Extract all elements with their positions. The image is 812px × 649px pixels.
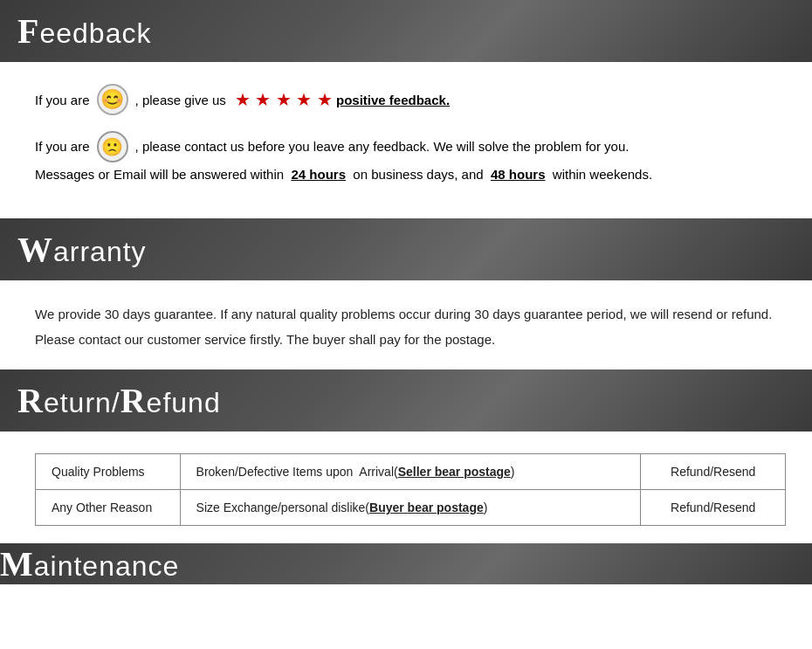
any-other-reason-action-cell: Refund/Resend (641, 490, 786, 526)
any-other-reason-cell: Any Other Reason (36, 490, 181, 526)
happy-feedback-row: If you are 😊 , please give us ★ ★ ★ ★ ★ … (35, 84, 777, 115)
warranty-section: We provide 30 days guarantee. If any nat… (0, 280, 812, 369)
quality-problems-desc-cell: Broken/Defective Items upon Arrival(Sell… (180, 454, 641, 490)
warranty-title: Warranty (17, 229, 147, 270)
return-refund-header: Return/Refund (0, 369, 812, 432)
happy-prefix-text: If you are (35, 93, 90, 107)
return-title-big2: R (120, 381, 147, 420)
response-prefix: Messages or Email will be answered withi… (35, 167, 284, 182)
warranty-header: Warranty (0, 218, 812, 280)
feedback-header: Feedback (0, 0, 812, 62)
star-icons: ★ ★ ★ ★ ★ (235, 89, 333, 110)
quality-problems-cell: Quality Problems (36, 454, 181, 490)
any-other-reason-desc-cell: Size Exchange/personal dislike(Buyer bea… (180, 490, 641, 526)
refund-table: Quality Problems Broken/Defective Items … (35, 453, 786, 526)
sad-emoji: 🙁 (97, 131, 128, 162)
return-refund-section: Quality Problems Broken/Defective Items … (0, 432, 812, 543)
response-text: Messages or Email will be answered withi… (35, 164, 652, 185)
return-title-rest2: efund (147, 387, 221, 418)
buyer-bear-postage: Buyer bear postage (369, 501, 484, 514)
seller-bear-postage: Seller bear postage (398, 465, 511, 479)
response-suffix: within weekends. (553, 167, 652, 182)
hours-48: 48 hours (491, 167, 546, 182)
sad-prefix-text: If you are (35, 136, 90, 157)
maintenance-title-rest: aintenance (34, 550, 180, 582)
return-refund-title: Return/Refund (17, 380, 221, 421)
positive-feedback-label: positive feedback. (336, 93, 450, 107)
table-row: Any Other Reason Size Exchange/personal … (36, 490, 786, 526)
response-mid: on business days, and (353, 167, 483, 182)
hours-24: 24 hours (291, 167, 346, 182)
warranty-title-big: W (17, 230, 53, 269)
feedback-section: If you are 😊 , please give us ★ ★ ★ ★ ★ … (0, 62, 812, 218)
return-title-big1: R (17, 381, 44, 420)
maintenance-title-big: M (0, 544, 34, 583)
feedback-title-rest: eedback (39, 17, 151, 49)
maintenance-header: Maintenance (0, 543, 812, 584)
return-title-rest1: eturn/ (44, 387, 120, 418)
warranty-text: We provide 30 days guarantee. If any nat… (35, 302, 777, 352)
quality-problems-action-cell: Refund/Resend (641, 454, 786, 490)
warranty-title-rest: arranty (53, 236, 147, 267)
happy-suffix-text: , please give us (135, 93, 226, 107)
feedback-title: Feedback (17, 10, 151, 52)
happy-emoji: 😊 (97, 84, 128, 115)
sad-text: , please contact us before you leave any… (135, 136, 630, 157)
sad-feedback-row: If you are 🙁 , please contact us before … (35, 131, 777, 185)
feedback-title-big: F (17, 11, 39, 51)
table-row: Quality Problems Broken/Defective Items … (36, 454, 786, 490)
maintenance-title: Maintenance (0, 543, 179, 584)
